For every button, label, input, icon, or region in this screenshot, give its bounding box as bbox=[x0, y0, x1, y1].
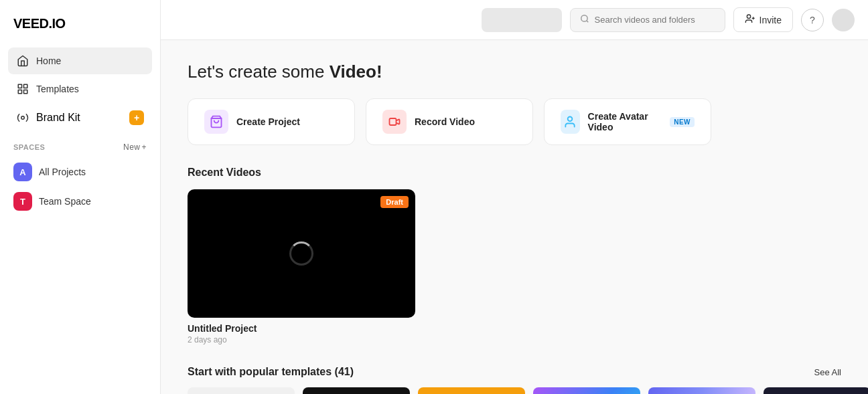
video-title: Untitled Project bbox=[188, 323, 415, 334]
svg-point-10 bbox=[568, 117, 573, 122]
create-avatar-card[interactable]: Create Avatar Video NEW bbox=[544, 98, 711, 145]
logo: VEED.IO bbox=[0, 11, 160, 47]
create-project-card[interactable]: Create Project bbox=[188, 98, 355, 145]
spaces-new-label: New bbox=[123, 142, 141, 152]
user-avatar[interactable] bbox=[832, 9, 855, 31]
home-icon bbox=[16, 54, 29, 68]
all-projects-avatar: A bbox=[13, 163, 32, 181]
svg-point-6 bbox=[747, 15, 750, 18]
sidebar-item-all-projects[interactable]: A All Projects bbox=[0, 157, 160, 187]
topbar: Invite ? bbox=[161, 0, 868, 40]
search-icon bbox=[580, 14, 589, 26]
video-thumbnail: Draft bbox=[188, 189, 415, 318]
sidebar-item-team-space[interactable]: T Team Space bbox=[0, 187, 160, 216]
topbar-left-placeholder bbox=[482, 8, 562, 32]
team-space-label: Team Space bbox=[39, 196, 91, 207]
template-card-6[interactable] bbox=[764, 387, 868, 394]
spaces-new-button[interactable]: New + bbox=[123, 142, 147, 152]
video-info: Untitled Project 2 days ago bbox=[188, 323, 415, 344]
search-box[interactable] bbox=[570, 8, 725, 32]
brand-kit-label: Brand Kit bbox=[36, 112, 80, 124]
action-cards: Create Project Record Video Create Avata… bbox=[188, 98, 841, 145]
record-video-label: Record Video bbox=[415, 116, 475, 127]
search-input[interactable] bbox=[595, 15, 715, 25]
record-video-icon bbox=[382, 110, 407, 134]
draft-badge: Draft bbox=[380, 196, 409, 208]
content-area: Let's create some Video! Create Project … bbox=[161, 40, 868, 394]
svg-point-4 bbox=[21, 116, 25, 120]
sidebar-item-brand-kit[interactable]: Brand Kit + bbox=[8, 104, 152, 132]
spaces-header: SPACES New + bbox=[0, 132, 160, 157]
create-avatar-label: Create Avatar Video bbox=[588, 111, 658, 132]
heading-prefix: Let's create some bbox=[188, 62, 330, 82]
sidebar: VEED.IO Home Templates bbox=[0, 0, 161, 394]
video-card[interactable]: Draft Untitled Project 2 days ago bbox=[188, 189, 415, 344]
spaces-plus-icon: + bbox=[141, 142, 147, 152]
new-badge: NEW bbox=[670, 117, 695, 127]
create-project-label: Create Project bbox=[236, 116, 300, 127]
see-all-button[interactable]: See All bbox=[814, 367, 841, 377]
all-projects-label: All Projects bbox=[39, 167, 86, 177]
svg-point-5 bbox=[581, 15, 587, 21]
video-date: 2 days ago bbox=[188, 335, 415, 344]
brand-kit-badge: + bbox=[129, 110, 144, 125]
create-project-icon bbox=[204, 110, 228, 134]
loading-spinner bbox=[289, 241, 313, 266]
template-cards: #pridemonth CELEBRATINGPRIDE bbox=[188, 387, 841, 394]
sidebar-nav: Home Templates Brand Kit + bbox=[0, 47, 160, 132]
template-card-3[interactable]: #pridemonth bbox=[418, 387, 525, 394]
svg-rect-1 bbox=[24, 84, 27, 88]
heading-bold: Video! bbox=[330, 62, 382, 82]
template-card-5[interactable]: CELEBRATINGPRIDE bbox=[648, 387, 755, 394]
sidebar-item-home-label: Home bbox=[36, 56, 61, 66]
spaces-title: SPACES bbox=[13, 143, 45, 151]
page-heading: Let's create some Video! bbox=[188, 62, 841, 82]
invite-icon bbox=[745, 13, 755, 26]
svg-rect-2 bbox=[18, 90, 21, 94]
recent-videos-title: Recent Videos bbox=[188, 167, 841, 179]
templates-icon bbox=[16, 82, 29, 96]
invite-label: Invite bbox=[760, 15, 782, 25]
team-space-avatar: T bbox=[13, 192, 32, 211]
help-button[interactable]: ? bbox=[801, 9, 824, 31]
template-card-1[interactable] bbox=[188, 387, 295, 394]
invite-button[interactable]: Invite bbox=[733, 7, 793, 32]
sidebar-item-templates[interactable]: Templates bbox=[8, 76, 152, 102]
create-avatar-icon bbox=[561, 110, 580, 134]
brand-kit-icon bbox=[16, 111, 29, 124]
svg-rect-3 bbox=[24, 90, 27, 94]
templates-title: Start with popular templates (41) bbox=[188, 366, 354, 378]
svg-rect-0 bbox=[18, 84, 21, 88]
main-area: Invite ? Let's create some Video! Create… bbox=[161, 0, 868, 394]
sidebar-item-templates-label: Templates bbox=[36, 84, 79, 94]
template-card-4[interactable] bbox=[533, 387, 640, 394]
help-icon: ? bbox=[810, 15, 815, 25]
record-video-card[interactable]: Record Video bbox=[366, 98, 533, 145]
templates-section-header: Start with popular templates (41) See Al… bbox=[188, 366, 841, 378]
sidebar-item-home[interactable]: Home bbox=[8, 47, 152, 74]
template-card-2[interactable] bbox=[303, 387, 410, 394]
video-grid: Draft Untitled Project 2 days ago bbox=[188, 189, 841, 344]
